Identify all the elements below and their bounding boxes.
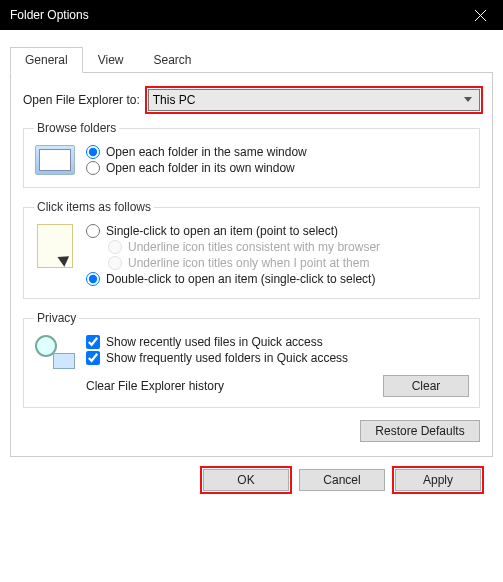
radio-own-window-input[interactable]	[86, 161, 100, 175]
checkbox-recent-files-label: Show recently used files in Quick access	[106, 335, 323, 349]
radio-underline-point-input	[108, 256, 122, 270]
clear-button[interactable]: Clear	[383, 375, 469, 397]
dialog-footer: OK Cancel Apply	[10, 457, 493, 505]
radio-same-window-label: Open each folder in the same window	[106, 145, 307, 159]
privacy-icon	[34, 333, 76, 397]
radio-double-click-label: Double-click to open an item (single-cli…	[106, 272, 375, 286]
tab-strip: General View Search	[10, 46, 493, 73]
open-explorer-row: Open File Explorer to: This PC	[23, 89, 480, 111]
close-icon	[475, 10, 486, 21]
radio-underline-point: Underline icon titles only when I point …	[108, 256, 469, 270]
browse-folders-legend: Browse folders	[34, 121, 119, 135]
open-explorer-label: Open File Explorer to:	[23, 93, 140, 107]
restore-defaults-button[interactable]: Restore Defaults	[360, 420, 480, 442]
checkbox-frequent-folders-input[interactable]	[86, 351, 100, 365]
window-title: Folder Options	[10, 8, 458, 22]
radio-underline-point-label: Underline icon titles only when I point …	[128, 256, 369, 270]
privacy-group: Privacy Show recently used files in Quic…	[23, 311, 480, 408]
dialog-body: General View Search Open File Explorer t…	[0, 30, 503, 513]
close-button[interactable]	[458, 0, 503, 30]
radio-single-click-label: Single-click to open an item (point to s…	[106, 224, 338, 238]
click-items-legend: Click items as follows	[34, 200, 154, 214]
radio-underline-browser: Underline icon titles consistent with my…	[108, 240, 469, 254]
tab-view[interactable]: View	[83, 47, 139, 73]
checkbox-recent-files-input[interactable]	[86, 335, 100, 349]
browse-folders-icon	[34, 143, 76, 177]
checkbox-recent-files[interactable]: Show recently used files in Quick access	[86, 335, 469, 349]
cancel-button[interactable]: Cancel	[299, 469, 385, 491]
radio-own-window[interactable]: Open each folder in its own window	[86, 161, 469, 175]
click-items-group: Click items as follows Single-click to o…	[23, 200, 480, 299]
open-explorer-select[interactable]: This PC	[148, 89, 480, 111]
radio-single-click-input[interactable]	[86, 224, 100, 238]
checkbox-frequent-folders-label: Show frequently used folders in Quick ac…	[106, 351, 348, 365]
radio-own-window-label: Open each folder in its own window	[106, 161, 295, 175]
radio-double-click-input[interactable]	[86, 272, 100, 286]
radio-double-click[interactable]: Double-click to open an item (single-cli…	[86, 272, 469, 286]
radio-underline-browser-label: Underline icon titles consistent with my…	[128, 240, 380, 254]
ok-button[interactable]: OK	[203, 469, 289, 491]
radio-same-window-input[interactable]	[86, 145, 100, 159]
title-bar: Folder Options	[0, 0, 503, 30]
radio-same-window[interactable]: Open each folder in the same window	[86, 145, 469, 159]
tab-panel-general: Open File Explorer to: This PC Browse fo…	[10, 73, 493, 457]
clear-history-label: Clear File Explorer history	[86, 379, 373, 393]
radio-single-click[interactable]: Single-click to open an item (point to s…	[86, 224, 469, 238]
tab-general[interactable]: General	[10, 47, 83, 73]
browse-folders-group: Browse folders Open each folder in the s…	[23, 121, 480, 188]
apply-button[interactable]: Apply	[395, 469, 481, 491]
privacy-legend: Privacy	[34, 311, 79, 325]
click-items-icon	[34, 222, 76, 288]
radio-underline-browser-input	[108, 240, 122, 254]
open-explorer-select-wrap: This PC	[148, 89, 480, 111]
checkbox-frequent-folders[interactable]: Show frequently used folders in Quick ac…	[86, 351, 469, 365]
tab-search[interactable]: Search	[139, 47, 207, 73]
